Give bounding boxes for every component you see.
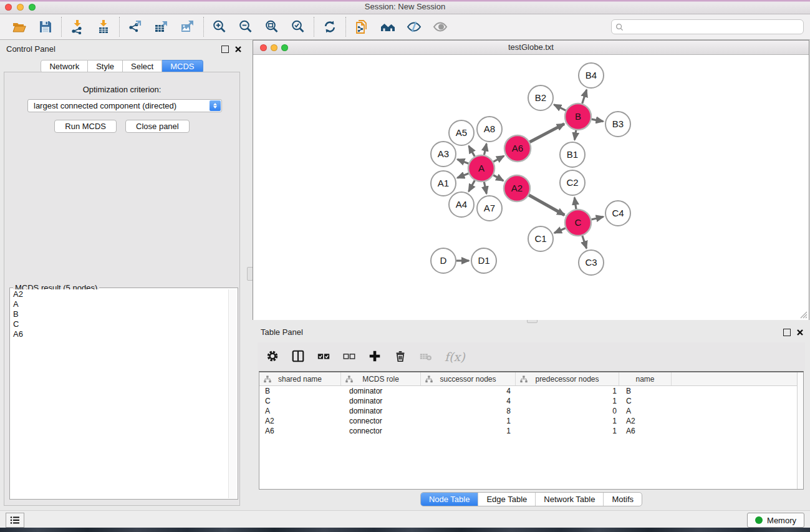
open-file-icon[interactable]	[12, 19, 27, 34]
column-header-MCDS-role[interactable]: MCDS role	[341, 372, 421, 385]
cell-shared_name[interactable]: A2	[259, 417, 341, 425]
table-row[interactable]: Adominator80A	[259, 406, 803, 416]
tab-motifs[interactable]: Motifs	[603, 493, 642, 506]
cell-shared_name[interactable]: A	[259, 407, 341, 415]
close-window-button[interactable]	[5, 4, 12, 11]
column-header-shared-name[interactable]: shared name	[259, 372, 341, 385]
cell-predecessor_nodes[interactable]: 1	[516, 427, 619, 435]
delete-column-icon[interactable]	[393, 349, 408, 364]
cell-mcds_role[interactable]: dominator	[341, 397, 421, 405]
cell-mcds_role[interactable]: dominator	[341, 387, 421, 395]
cell-name[interactable]: A2	[619, 417, 672, 425]
minimize-window-button[interactable]	[17, 4, 24, 11]
close-panel-button[interactable]: Close panel	[125, 120, 190, 133]
add-column-icon[interactable]	[368, 349, 383, 364]
edge-A-A5[interactable]	[469, 146, 475, 157]
delete-table-icon[interactable]	[419, 349, 434, 364]
tab-node-table[interactable]: Node Table	[421, 493, 478, 506]
export-table-icon[interactable]	[154, 19, 169, 34]
edge-B-B2[interactable]	[554, 105, 566, 110]
network-canvas[interactable]: AA1A2A3A4A5A6A7A8BB1B2B3B4CC1C2C3C4DD1	[253, 55, 809, 320]
edge-A-A4[interactable]	[469, 180, 475, 191]
edge-A-A1[interactable]	[457, 173, 468, 178]
table-settings-icon[interactable]	[266, 349, 281, 364]
edge-B-B1[interactable]	[575, 130, 576, 140]
table-row[interactable]: A6connector11A6	[259, 426, 803, 436]
cell-predecessor_nodes[interactable]: 1	[516, 387, 619, 395]
table-row[interactable]: Bdominator41B	[259, 386, 803, 396]
network-window-titlebar[interactable]: testGlobe.txt	[253, 41, 809, 55]
mcds-result-item[interactable]: B	[11, 309, 229, 319]
split-table-icon[interactable]	[291, 349, 306, 364]
network-minimize-button[interactable]	[271, 44, 277, 51]
cell-shared_name[interactable]: B	[259, 387, 341, 395]
mcds-result-scrollbar[interactable]	[228, 289, 237, 498]
search-input[interactable]	[624, 22, 799, 32]
maximize-window-button[interactable]	[29, 4, 36, 11]
table-row[interactable]: Cdominator41C	[259, 396, 803, 406]
copy-network-icon[interactable]	[354, 19, 369, 34]
tab-select[interactable]: Select	[123, 60, 162, 73]
float-panel-icon[interactable]	[221, 46, 229, 53]
tab-edge-table[interactable]: Edge Table	[478, 493, 535, 506]
cell-name[interactable]: C	[619, 397, 672, 405]
edge-A-A2[interactable]	[493, 175, 503, 181]
mcds-result-item[interactable]: C	[11, 319, 229, 329]
select-all-icon[interactable]	[317, 349, 332, 364]
cell-successor_nodes[interactable]: 1	[421, 427, 516, 435]
cell-mcds_role[interactable]: connector	[341, 427, 421, 435]
cell-name[interactable]: A	[619, 407, 672, 415]
cell-successor_nodes[interactable]: 1	[421, 417, 516, 425]
edge-A2-C[interactable]	[529, 195, 564, 215]
mcds-result-item[interactable]: A6	[11, 329, 229, 339]
unselect-all-icon[interactable]	[342, 349, 357, 364]
mcds-result-item[interactable]: A2	[11, 289, 229, 299]
home-layout-icon[interactable]	[380, 19, 395, 34]
edge-B-B4[interactable]	[582, 90, 587, 104]
network-close-button[interactable]	[260, 44, 267, 51]
hide-graphics-details-icon[interactable]	[407, 19, 422, 34]
column-header-predecessor-nodes[interactable]: predecessor nodes	[516, 372, 619, 385]
edge-A-A3[interactable]	[457, 159, 468, 163]
edge-C-C4[interactable]	[591, 216, 603, 220]
edge-A-A8[interactable]	[484, 144, 486, 155]
tab-mcds[interactable]: MCDS	[162, 60, 203, 73]
cell-shared_name[interactable]: C	[259, 397, 341, 405]
export-image-icon[interactable]	[180, 19, 195, 34]
cell-name[interactable]: A6	[619, 427, 672, 435]
tab-network[interactable]: Network	[41, 60, 88, 73]
import-network-icon[interactable]	[70, 19, 85, 34]
refresh-view-icon[interactable]	[322, 19, 337, 34]
float-table-panel-icon[interactable]	[783, 329, 791, 336]
tab-style[interactable]: Style	[88, 60, 123, 73]
close-panel-icon[interactable]	[234, 46, 242, 53]
edge-A6-B[interactable]	[529, 124, 564, 142]
resize-grip-icon[interactable]	[800, 311, 808, 319]
tab-network-table[interactable]: Network Table	[535, 493, 603, 506]
edge-C-C3[interactable]	[582, 236, 587, 248]
show-graphics-details-icon[interactable]	[433, 19, 448, 34]
export-network-icon[interactable]	[128, 19, 143, 34]
memory-button[interactable]: Memory	[747, 513, 804, 528]
edge-C-C2[interactable]	[574, 198, 576, 209]
zoom-selected-icon[interactable]	[291, 19, 306, 34]
cell-successor_nodes[interactable]: 4	[421, 397, 516, 405]
column-header-name[interactable]: name	[619, 372, 672, 385]
close-table-panel-icon[interactable]	[796, 329, 804, 336]
task-history-button[interactable]	[6, 513, 24, 528]
mcds-result-item[interactable]: A	[11, 299, 229, 309]
zoom-out-icon[interactable]	[238, 19, 253, 34]
cell-successor_nodes[interactable]: 4	[421, 387, 516, 395]
import-table-icon[interactable]	[96, 19, 111, 34]
column-header-successor-nodes[interactable]: successor nodes	[421, 372, 516, 385]
cell-name[interactable]: B	[619, 387, 672, 395]
mcds-result-list[interactable]: A2ABCA6	[11, 289, 229, 498]
cell-mcds_role[interactable]: dominator	[341, 407, 421, 415]
function-builder-icon[interactable]: f(x)	[445, 350, 465, 364]
run-mcds-button[interactable]: Run MCDS	[54, 120, 117, 133]
zoom-in-icon[interactable]	[212, 19, 227, 34]
edge-A-A6[interactable]	[493, 156, 504, 162]
cell-successor_nodes[interactable]: 8	[421, 407, 516, 415]
network-maximize-button[interactable]	[281, 44, 288, 51]
cell-mcds_role[interactable]: connector	[341, 417, 421, 425]
